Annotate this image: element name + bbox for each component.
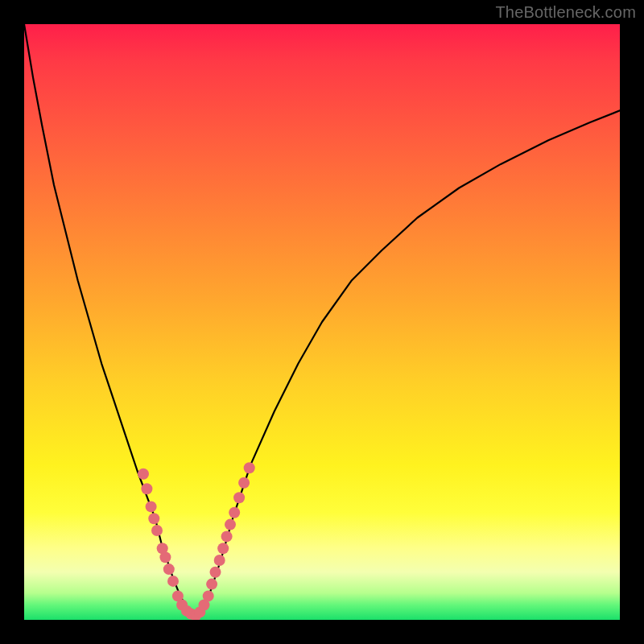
- curve-layer: [24, 24, 620, 620]
- scatter-dot: [159, 551, 171, 563]
- bottleneck-curve: [24, 24, 620, 617]
- scatter-dot: [210, 567, 221, 578]
- scatter-dot: [146, 501, 157, 512]
- plot-area: [24, 24, 620, 620]
- scatter-dot: [138, 469, 149, 480]
- chart-root: TheBottleneck.com: [0, 0, 644, 644]
- scatter-dot: [203, 590, 214, 601]
- scatter-dot: [238, 477, 250, 489]
- scatter-dot: [148, 513, 159, 524]
- scatter-dot: [214, 555, 225, 566]
- scatter-dot: [163, 564, 175, 575]
- scatter-dot: [206, 579, 217, 590]
- scatter-dot: [221, 530, 233, 542]
- scatter-dot: [225, 519, 236, 530]
- scatter-dot: [244, 462, 255, 473]
- scatter-dot: [141, 483, 152, 494]
- scatter-dot: [233, 492, 245, 503]
- scatter-dot: [151, 525, 163, 536]
- scatter-dot: [217, 543, 229, 554]
- watermark-text: TheBottleneck.com: [495, 3, 636, 22]
- scatter-dots: [138, 462, 255, 620]
- scatter-dot: [167, 576, 179, 587]
- scatter-dot: [229, 507, 240, 518]
